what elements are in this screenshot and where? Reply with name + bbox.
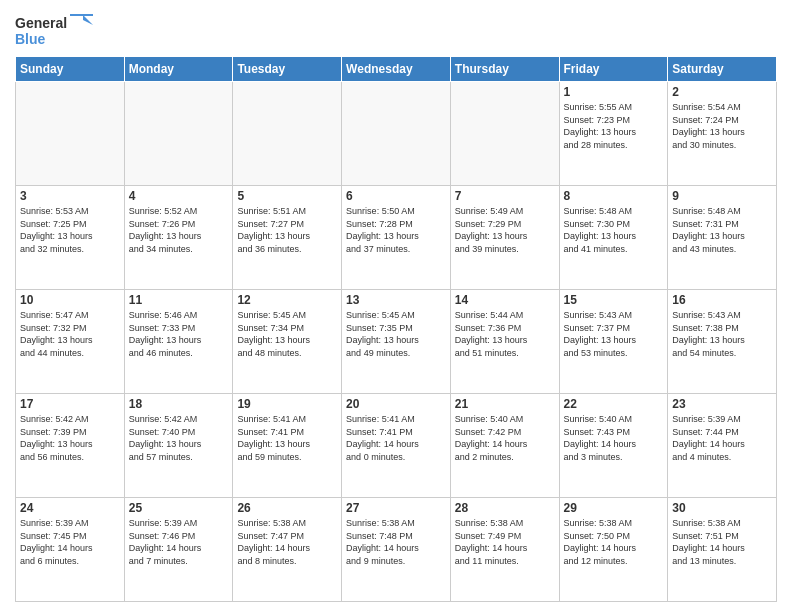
calendar-cell	[450, 82, 559, 186]
day-number: 8	[564, 189, 664, 203]
day-number: 2	[672, 85, 772, 99]
calendar-table: SundayMondayTuesdayWednesdayThursdayFrid…	[15, 56, 777, 602]
day-number: 20	[346, 397, 446, 411]
calendar-cell	[342, 82, 451, 186]
day-number: 19	[237, 397, 337, 411]
svg-text:General: General	[15, 15, 67, 31]
calendar-cell: 10Sunrise: 5:47 AM Sunset: 7:32 PM Dayli…	[16, 290, 125, 394]
day-number: 29	[564, 501, 664, 515]
calendar-cell: 7Sunrise: 5:49 AM Sunset: 7:29 PM Daylig…	[450, 186, 559, 290]
calendar-cell: 28Sunrise: 5:38 AM Sunset: 7:49 PM Dayli…	[450, 498, 559, 602]
calendar-cell: 27Sunrise: 5:38 AM Sunset: 7:48 PM Dayli…	[342, 498, 451, 602]
day-number: 24	[20, 501, 120, 515]
calendar-cell: 17Sunrise: 5:42 AM Sunset: 7:39 PM Dayli…	[16, 394, 125, 498]
day-number: 23	[672, 397, 772, 411]
day-info: Sunrise: 5:39 AM Sunset: 7:46 PM Dayligh…	[129, 517, 229, 567]
logo-svg: General Blue	[15, 10, 95, 50]
calendar-cell: 24Sunrise: 5:39 AM Sunset: 7:45 PM Dayli…	[16, 498, 125, 602]
calendar-cell: 22Sunrise: 5:40 AM Sunset: 7:43 PM Dayli…	[559, 394, 668, 498]
day-info: Sunrise: 5:40 AM Sunset: 7:42 PM Dayligh…	[455, 413, 555, 463]
calendar-cell: 13Sunrise: 5:45 AM Sunset: 7:35 PM Dayli…	[342, 290, 451, 394]
calendar-cell: 2Sunrise: 5:54 AM Sunset: 7:24 PM Daylig…	[668, 82, 777, 186]
day-info: Sunrise: 5:49 AM Sunset: 7:29 PM Dayligh…	[455, 205, 555, 255]
svg-marker-2	[83, 15, 93, 25]
week-row-1: 3Sunrise: 5:53 AM Sunset: 7:25 PM Daylig…	[16, 186, 777, 290]
day-info: Sunrise: 5:55 AM Sunset: 7:23 PM Dayligh…	[564, 101, 664, 151]
calendar-cell: 14Sunrise: 5:44 AM Sunset: 7:36 PM Dayli…	[450, 290, 559, 394]
calendar-cell: 11Sunrise: 5:46 AM Sunset: 7:33 PM Dayli…	[124, 290, 233, 394]
week-row-4: 24Sunrise: 5:39 AM Sunset: 7:45 PM Dayli…	[16, 498, 777, 602]
day-info: Sunrise: 5:43 AM Sunset: 7:37 PM Dayligh…	[564, 309, 664, 359]
day-info: Sunrise: 5:45 AM Sunset: 7:34 PM Dayligh…	[237, 309, 337, 359]
calendar-cell: 25Sunrise: 5:39 AM Sunset: 7:46 PM Dayli…	[124, 498, 233, 602]
calendar-cell: 15Sunrise: 5:43 AM Sunset: 7:37 PM Dayli…	[559, 290, 668, 394]
page: General Blue SundayMondayTuesdayWednesda…	[0, 0, 792, 612]
day-number: 18	[129, 397, 229, 411]
day-number: 17	[20, 397, 120, 411]
day-info: Sunrise: 5:42 AM Sunset: 7:39 PM Dayligh…	[20, 413, 120, 463]
calendar-cell: 16Sunrise: 5:43 AM Sunset: 7:38 PM Dayli…	[668, 290, 777, 394]
day-info: Sunrise: 5:54 AM Sunset: 7:24 PM Dayligh…	[672, 101, 772, 151]
day-number: 27	[346, 501, 446, 515]
calendar-cell: 1Sunrise: 5:55 AM Sunset: 7:23 PM Daylig…	[559, 82, 668, 186]
day-info: Sunrise: 5:38 AM Sunset: 7:50 PM Dayligh…	[564, 517, 664, 567]
calendar-cell: 9Sunrise: 5:48 AM Sunset: 7:31 PM Daylig…	[668, 186, 777, 290]
weekday-header-tuesday: Tuesday	[233, 57, 342, 82]
calendar-cell: 18Sunrise: 5:42 AM Sunset: 7:40 PM Dayli…	[124, 394, 233, 498]
calendar-cell: 21Sunrise: 5:40 AM Sunset: 7:42 PM Dayli…	[450, 394, 559, 498]
week-row-2: 10Sunrise: 5:47 AM Sunset: 7:32 PM Dayli…	[16, 290, 777, 394]
calendar-cell: 5Sunrise: 5:51 AM Sunset: 7:27 PM Daylig…	[233, 186, 342, 290]
day-info: Sunrise: 5:38 AM Sunset: 7:49 PM Dayligh…	[455, 517, 555, 567]
day-number: 4	[129, 189, 229, 203]
day-number: 9	[672, 189, 772, 203]
calendar-cell	[233, 82, 342, 186]
day-number: 13	[346, 293, 446, 307]
calendar-cell: 23Sunrise: 5:39 AM Sunset: 7:44 PM Dayli…	[668, 394, 777, 498]
calendar-cell: 12Sunrise: 5:45 AM Sunset: 7:34 PM Dayli…	[233, 290, 342, 394]
day-info: Sunrise: 5:44 AM Sunset: 7:36 PM Dayligh…	[455, 309, 555, 359]
week-row-3: 17Sunrise: 5:42 AM Sunset: 7:39 PM Dayli…	[16, 394, 777, 498]
day-number: 22	[564, 397, 664, 411]
day-number: 15	[564, 293, 664, 307]
calendar-cell: 19Sunrise: 5:41 AM Sunset: 7:41 PM Dayli…	[233, 394, 342, 498]
day-info: Sunrise: 5:48 AM Sunset: 7:31 PM Dayligh…	[672, 205, 772, 255]
day-number: 5	[237, 189, 337, 203]
day-info: Sunrise: 5:53 AM Sunset: 7:25 PM Dayligh…	[20, 205, 120, 255]
day-info: Sunrise: 5:38 AM Sunset: 7:47 PM Dayligh…	[237, 517, 337, 567]
calendar-cell: 4Sunrise: 5:52 AM Sunset: 7:26 PM Daylig…	[124, 186, 233, 290]
logo: General Blue	[15, 10, 95, 50]
calendar-cell: 29Sunrise: 5:38 AM Sunset: 7:50 PM Dayli…	[559, 498, 668, 602]
day-info: Sunrise: 5:50 AM Sunset: 7:28 PM Dayligh…	[346, 205, 446, 255]
calendar-cell	[124, 82, 233, 186]
day-info: Sunrise: 5:45 AM Sunset: 7:35 PM Dayligh…	[346, 309, 446, 359]
calendar-cell	[16, 82, 125, 186]
calendar-cell: 26Sunrise: 5:38 AM Sunset: 7:47 PM Dayli…	[233, 498, 342, 602]
day-info: Sunrise: 5:51 AM Sunset: 7:27 PM Dayligh…	[237, 205, 337, 255]
day-number: 6	[346, 189, 446, 203]
day-info: Sunrise: 5:41 AM Sunset: 7:41 PM Dayligh…	[237, 413, 337, 463]
weekday-header-wednesday: Wednesday	[342, 57, 451, 82]
day-number: 10	[20, 293, 120, 307]
day-number: 25	[129, 501, 229, 515]
day-info: Sunrise: 5:43 AM Sunset: 7:38 PM Dayligh…	[672, 309, 772, 359]
calendar-cell: 30Sunrise: 5:38 AM Sunset: 7:51 PM Dayli…	[668, 498, 777, 602]
day-info: Sunrise: 5:39 AM Sunset: 7:45 PM Dayligh…	[20, 517, 120, 567]
day-number: 12	[237, 293, 337, 307]
weekday-header-row: SundayMondayTuesdayWednesdayThursdayFrid…	[16, 57, 777, 82]
calendar-cell: 3Sunrise: 5:53 AM Sunset: 7:25 PM Daylig…	[16, 186, 125, 290]
day-number: 28	[455, 501, 555, 515]
calendar-cell: 20Sunrise: 5:41 AM Sunset: 7:41 PM Dayli…	[342, 394, 451, 498]
weekday-header-monday: Monday	[124, 57, 233, 82]
day-info: Sunrise: 5:41 AM Sunset: 7:41 PM Dayligh…	[346, 413, 446, 463]
weekday-header-saturday: Saturday	[668, 57, 777, 82]
day-number: 30	[672, 501, 772, 515]
day-number: 3	[20, 189, 120, 203]
weekday-header-sunday: Sunday	[16, 57, 125, 82]
header: General Blue	[15, 10, 777, 50]
day-info: Sunrise: 5:48 AM Sunset: 7:30 PM Dayligh…	[564, 205, 664, 255]
day-info: Sunrise: 5:38 AM Sunset: 7:51 PM Dayligh…	[672, 517, 772, 567]
day-number: 7	[455, 189, 555, 203]
day-info: Sunrise: 5:52 AM Sunset: 7:26 PM Dayligh…	[129, 205, 229, 255]
day-info: Sunrise: 5:40 AM Sunset: 7:43 PM Dayligh…	[564, 413, 664, 463]
day-number: 21	[455, 397, 555, 411]
